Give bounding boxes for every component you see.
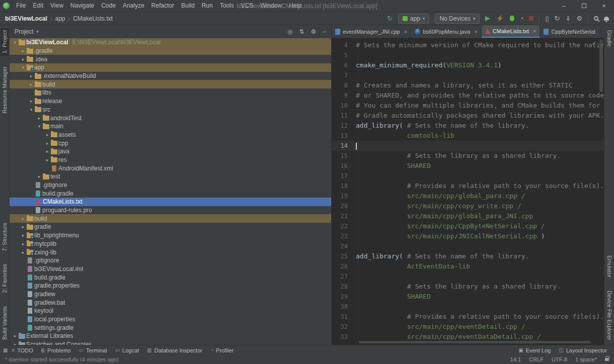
tree-collapsed-arrow-icon[interactable]: ▸ — [44, 141, 51, 146]
tool-layout-inspector[interactable]: ◫Layout Inspector — [555, 347, 611, 353]
horizontal-scrollbar[interactable] — [332, 340, 604, 345]
code-line-33[interactable]: 33 src/main/cpp/eventDataDetail.cpp / — [332, 332, 604, 340]
tree-collapsed-arrow-icon[interactable]: ▸ — [36, 174, 43, 179]
tool-logcat[interactable]: ▭Logcat — [111, 347, 143, 353]
menu-edit[interactable]: Edit — [29, 0, 47, 12]
tree-collapsed-arrow-icon[interactable]: ▸ — [20, 57, 27, 62]
menu-code[interactable]: Code — [98, 0, 119, 12]
menu-navigate[interactable]: Navigate — [67, 0, 98, 12]
code-line-16[interactable]: 16 SHARED — [332, 161, 604, 171]
breadcrumb-item-bi3eviewlocal[interactable]: bi3EViewLocal — [5, 15, 47, 22]
tree-collapsed-arrow-icon[interactable]: ▸ — [12, 333, 19, 338]
menu-run[interactable]: Run — [198, 0, 216, 12]
tool-button-2-favorites[interactable]: 2: Favorites — [1, 261, 9, 295]
tree-row-settings-gradle[interactable]: settings.gradle — [10, 323, 331, 332]
project-structure-icon[interactable]: ⚙ — [576, 15, 582, 22]
editor-tab-bs60popmenu-java[interactable]: bs60PopMenu.java× — [411, 25, 482, 38]
readonly-lock-icon[interactable] — [605, 358, 609, 361]
editor-tab-cppbytenetserial[interactable]: CppByteNetSerial. — [540, 25, 601, 38]
tree-collapsed-arrow-icon[interactable]: ▸ — [20, 241, 27, 246]
code-line-25[interactable]: 25add_library( # Sets the name of the li… — [332, 251, 604, 261]
stop-icon[interactable] — [529, 16, 533, 21]
hide-panel-icon[interactable]: – — [323, 29, 326, 35]
code-line-12[interactable]: 12add_library( # Sets the name of the li… — [332, 121, 604, 131]
code-line-22[interactable]: 22 src/main/cpp/CppByteNetSerial.cpp / — [332, 221, 604, 231]
tree-collapsed-arrow-icon[interactable]: ▸ — [20, 48, 27, 53]
indent-style[interactable]: 1 space* — [575, 356, 597, 362]
expand-all-icon[interactable]: ⇅ — [299, 29, 304, 35]
menu-build[interactable]: Build — [178, 0, 198, 12]
tool-database-inspector[interactable]: ▥Database Inspector — [143, 347, 206, 353]
tree-collapsed-arrow-icon[interactable]: ▸ — [44, 149, 51, 154]
tree-collapsed-arrow-icon[interactable]: ▸ — [28, 99, 35, 104]
code-line-4[interactable]: 4# Sets the minimum version of CMake req… — [332, 40, 604, 50]
device-select[interactable]: No Devices ▾ — [435, 14, 480, 24]
code-line-20[interactable]: 20 src/main/cpp/copy_write.cpp / — [332, 201, 604, 211]
tree-expanded-arrow-icon[interactable]: ▾ — [36, 124, 43, 129]
tree-row-gradlew-bat[interactable]: gradlew.bat — [10, 298, 331, 307]
tree-row-scratches-and-consoles[interactable]: ▸Scratches and Consoles — [10, 340, 331, 345]
tree-collapsed-arrow-icon[interactable]: ▸ — [20, 233, 27, 238]
tool-button-gradle[interactable]: Gradle — [605, 28, 613, 49]
tree-collapsed-arrow-icon[interactable]: ▸ — [44, 132, 51, 137]
tab-close-icon[interactable]: × — [533, 28, 536, 34]
tree-row-build[interactable]: ▸build — [10, 214, 331, 223]
code-line-27[interactable]: 27 — [332, 271, 604, 282]
notifications-icon[interactable] — [604, 17, 609, 21]
tree-row-main[interactable]: ▾main — [10, 122, 331, 131]
code-line-24[interactable]: 24 — [332, 241, 604, 251]
code-line-8[interactable]: 8# Creates and names a library, sets it … — [332, 80, 604, 90]
tree-row-java[interactable]: ▸java — [10, 147, 331, 156]
code-line-32[interactable]: 32 src/main/cpp/eventDetail.cpp / — [332, 322, 604, 332]
tree-row-idea[interactable]: ▸.idea — [10, 55, 331, 63]
gradle-sync-icon[interactable]: ↻ — [555, 15, 560, 22]
menu-file[interactable]: File — [13, 0, 29, 12]
tree-row-res[interactable]: ▸res — [10, 156, 331, 164]
tree-row-local-properties[interactable]: local.properties — [10, 315, 331, 324]
tree-row-release[interactable]: ▸release — [10, 97, 331, 106]
tree-row-external-libraries[interactable]: ▸External Libraries — [10, 332, 331, 340]
tool-button-1-project[interactable]: 1: Project — [1, 28, 9, 56]
code-line-19[interactable]: 19 src/main/cpp/global_para.cpp / — [332, 191, 604, 201]
tree-row-assets[interactable]: ▸assets — [10, 131, 331, 139]
tree-expanded-arrow-icon[interactable]: ▾ — [12, 40, 19, 45]
horizontal-scrollbar-thumb[interactable] — [359, 341, 591, 343]
code-line-18[interactable]: 18 # Provides a relative path to your so… — [332, 181, 604, 191]
tree-row-build-gradle[interactable]: build.gradle — [10, 273, 331, 282]
tree-row-gitignore[interactable]: .gitignore — [10, 256, 331, 265]
tree-row-gitignore[interactable]: .gitignore — [10, 181, 331, 190]
code-line-26[interactable]: 26 ActEventData-lib — [332, 261, 604, 271]
tree-collapsed-arrow-icon[interactable]: ▸ — [36, 116, 43, 121]
menu-view[interactable]: View — [47, 0, 67, 12]
sync-project-icon[interactable]: ↻ — [387, 15, 393, 22]
tree-row-proguard-rules-pro[interactable]: proguard-rules.pro — [10, 206, 331, 215]
tree-row-mytcplib[interactable]: ▸mytcplib — [10, 240, 331, 248]
code-line-10[interactable]: 10# You can define multiple libraries, a… — [332, 101, 604, 111]
code-line-9[interactable]: 9# or SHARED, and provides the relative … — [332, 90, 604, 101]
sdk-manager-icon[interactable]: ⇓ — [565, 15, 571, 22]
tree-collapsed-arrow-icon[interactable]: ▸ — [20, 224, 27, 229]
code-line-15[interactable]: 15 # Sets the library as a shared librar… — [332, 151, 604, 161]
locate-file-icon[interactable]: ◎ — [287, 29, 292, 35]
code-line-5[interactable]: 5 — [332, 50, 604, 60]
tree-row-src[interactable]: ▾src — [10, 106, 331, 114]
tree-row-bi3eviewlocal-iml[interactable]: bi3EViewLocal.iml — [10, 265, 331, 274]
tree-row-zxing-lib[interactable]: ▸zxing-lib — [10, 248, 331, 256]
tree-row-lib-toprightmenu[interactable]: ▸lib_toprightmenu — [10, 231, 331, 240]
code-line-14[interactable]: 14 — [332, 141, 604, 151]
debug-icon[interactable] — [510, 16, 514, 21]
code-line-13[interactable]: 13 comtools-lib — [332, 131, 604, 141]
editor-tab-cmakelists-txt[interactable]: CMakeLists.txt× — [482, 25, 541, 38]
caret-position[interactable]: 14:1 — [510, 356, 521, 362]
code-line-29[interactable]: 29 SHARED — [332, 292, 604, 302]
editor-tab-eventmanager-jni-cpp[interactable]: eventManager_JNI.cpp× — [332, 25, 411, 38]
tool-button-7-structure[interactable]: 7: Structure — [1, 220, 9, 254]
tool-window-switcher-icon[interactable]: ▦ — [3, 348, 8, 353]
tree-row-gradlew[interactable]: gradlew — [10, 290, 331, 299]
tree-row-gradle-properties[interactable]: gradle.properties — [10, 282, 331, 290]
code-line-30[interactable]: 30 — [332, 302, 604, 312]
tool-problems[interactable]: 6: Problems — [37, 347, 75, 353]
search-everywhere-icon[interactable] — [594, 16, 598, 21]
tree-row-androidtest[interactable]: ▸androidTest — [10, 114, 331, 122]
tree-collapsed-arrow-icon[interactable]: ▸ — [28, 82, 35, 87]
